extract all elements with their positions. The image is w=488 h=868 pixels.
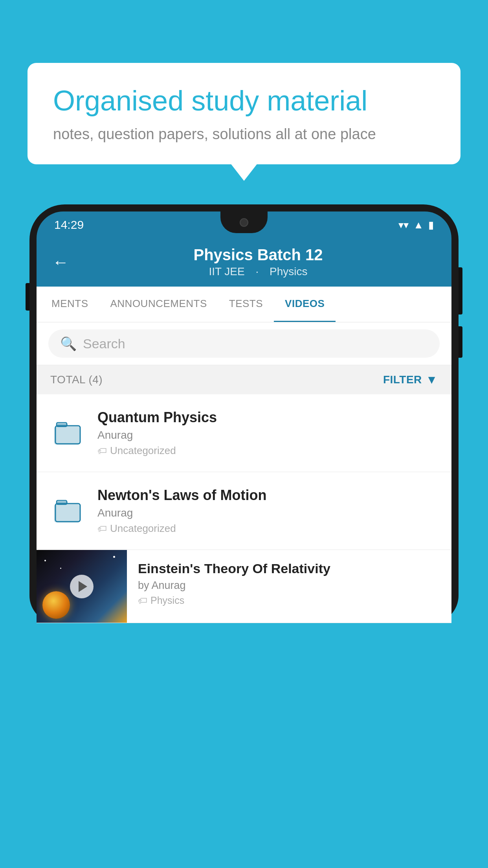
star-decoration — [60, 568, 61, 569]
star-decoration — [113, 556, 115, 558]
phone-side-button-right-bottom — [459, 326, 462, 358]
battery-icon: ▮ — [428, 219, 434, 231]
subtitle-separator: · — [256, 265, 262, 278]
item-author: Anurag — [97, 429, 438, 441]
play-triangle-icon — [79, 581, 87, 592]
item-details: Einstein's Theory Of Relativity by Anura… — [127, 550, 438, 617]
status-bar-time: 14:29 — [54, 218, 84, 232]
star-decoration — [44, 560, 46, 561]
search-container: 🔍 Search — [37, 322, 451, 365]
item-title: Quantum Physics — [97, 409, 438, 426]
tab-videos[interactable]: VIDEOS — [274, 287, 336, 322]
status-bar: 14:29 ▾▾ ▲ ▮ — [37, 211, 451, 238]
list-item-thumb[interactable]: Einstein's Theory Of Relativity by Anura… — [37, 550, 451, 623]
tag-label: Uncategorized — [110, 522, 176, 535]
filter-button[interactable]: FILTER ▼ — [383, 373, 438, 386]
wifi-icon: ▾▾ — [398, 219, 409, 231]
filter-icon: ▼ — [426, 373, 438, 386]
folder-icon — [53, 419, 83, 447]
item-tag: 🏷 Physics — [138, 595, 438, 606]
subtitle-iitjee: IIT JEE — [209, 265, 244, 278]
speech-bubble-title: Organised study material — [53, 85, 435, 117]
app-header-center: Physics Batch 12 IIT JEE · Physics — [81, 246, 436, 278]
phone-camera — [240, 218, 248, 227]
list-item[interactable]: Newton's Laws of Motion Anurag 🏷 Uncateg… — [37, 472, 451, 550]
phone-notch — [220, 211, 268, 233]
item-title: Newton's Laws of Motion — [97, 487, 438, 504]
phone-outer: 14:29 ▾▾ ▲ ▮ ← Physics Batch 12 IIT JEE … — [29, 204, 459, 623]
item-details: Quantum Physics Anurag 🏷 Uncategorized — [97, 409, 438, 457]
total-count: TOTAL (4) — [50, 373, 103, 386]
item-author: by Anurag — [138, 579, 438, 592]
tab-ments[interactable]: MENTS — [40, 287, 99, 322]
item-details: Newton's Laws of Motion Anurag 🏷 Uncateg… — [97, 487, 438, 535]
signal-icon: ▲ — [413, 219, 424, 231]
content-list: Quantum Physics Anurag 🏷 Uncategorized — [37, 394, 451, 623]
folder-icon — [53, 497, 83, 525]
tag-icon: 🏷 — [97, 523, 107, 534]
item-title: Einstein's Theory Of Relativity — [138, 561, 438, 576]
planet-decoration — [42, 591, 70, 619]
speech-bubble-subtitle: notes, question papers, solutions all at… — [53, 126, 435, 143]
item-tag: 🏷 Uncategorized — [97, 522, 438, 535]
item-icon-wrapper — [50, 493, 86, 529]
phone-side-button-left — [26, 283, 29, 311]
tag-label: Uncategorized — [110, 445, 176, 457]
speech-bubble: Organised study material notes, question… — [28, 63, 460, 164]
tag-label: Physics — [150, 595, 184, 606]
tab-tests[interactable]: TESTS — [218, 287, 274, 322]
video-thumbnail — [37, 550, 127, 623]
tag-icon: 🏷 — [97, 445, 107, 456]
speech-bubble-container: Organised study material notes, question… — [28, 63, 460, 164]
play-button[interactable] — [70, 575, 94, 598]
phone-side-button-right-top — [459, 267, 462, 314]
list-item[interactable]: Quantum Physics Anurag 🏷 Uncategorized — [37, 394, 451, 472]
app-header-subtitle: IIT JEE · Physics — [81, 265, 436, 278]
filter-label: FILTER — [383, 373, 422, 386]
search-placeholder: Search — [83, 336, 125, 351]
search-input-wrapper[interactable]: 🔍 Search — [48, 329, 440, 358]
filter-bar: TOTAL (4) FILTER ▼ — [37, 365, 451, 394]
app-header: ← Physics Batch 12 IIT JEE · Physics — [37, 238, 451, 287]
back-button[interactable]: ← — [52, 253, 69, 272]
app-header-title: Physics Batch 12 — [81, 246, 436, 264]
item-icon-wrapper — [50, 416, 86, 451]
tag-icon: 🏷 — [138, 595, 147, 606]
item-author: Anurag — [97, 507, 438, 519]
phone-wrapper: 14:29 ▾▾ ▲ ▮ ← Physics Batch 12 IIT JEE … — [29, 204, 459, 868]
search-icon: 🔍 — [60, 336, 77, 351]
svg-rect-4 — [54, 504, 80, 522]
phone-status-icons: ▾▾ ▲ ▮ — [398, 219, 434, 231]
subtitle-physics: Physics — [270, 265, 307, 278]
svg-rect-0 — [54, 427, 80, 445]
tabs-bar: MENTS ANNOUNCEMENTS TESTS VIDEOS — [37, 287, 451, 322]
tab-announcements[interactable]: ANNOUNCEMENTS — [99, 287, 218, 322]
item-tag: 🏷 Uncategorized — [97, 445, 438, 457]
